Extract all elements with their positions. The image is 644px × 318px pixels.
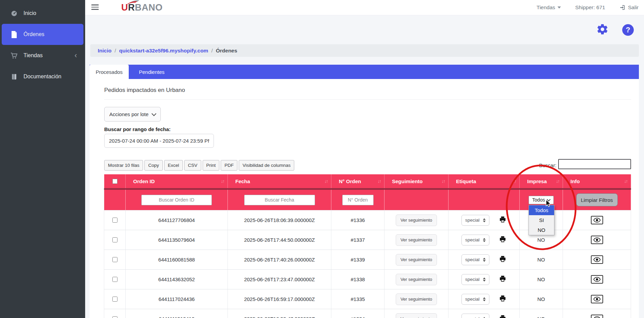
settings-gear-icon[interactable]: [596, 23, 609, 37]
sort-icon: ↓↑: [221, 179, 224, 184]
date-range-input[interactable]: [104, 134, 214, 148]
sidebar-collapse-chevron[interactable]: ‹: [75, 52, 77, 59]
dropdown-option-todos[interactable]: Todos: [529, 205, 554, 215]
view-info-button[interactable]: [591, 216, 603, 224]
column-header-label: Info: [570, 178, 580, 184]
toolbar-button-pdf[interactable]: PDF: [221, 160, 237, 171]
sidebar-item-tiendas[interactable]: Tiendas ‹: [0, 45, 85, 66]
toolbar-button-print[interactable]: Print: [203, 160, 220, 171]
row-checkbox[interactable]: [112, 218, 117, 223]
sidebar-item-documentacion[interactable]: Documentación: [0, 66, 85, 87]
cell-n-orden: #1339: [331, 250, 384, 270]
view-info-button[interactable]: [591, 236, 603, 244]
toolbar-button-csv[interactable]: CSV: [184, 160, 201, 171]
view-info-button[interactable]: [591, 255, 603, 264]
sort-icon: ↓↑: [624, 179, 628, 184]
etiqueta-select[interactable]: special: [461, 254, 489, 265]
sort-icon: ↓↑: [442, 179, 445, 184]
tiendas-menu[interactable]: Tiendas: [537, 4, 561, 11]
print-label-button[interactable]: [499, 236, 506, 244]
row-checkbox[interactable]: [112, 297, 117, 302]
table-search-input[interactable]: [558, 159, 631, 169]
column-header-etiqueta[interactable]: Etiqueta↓↑: [449, 174, 520, 189]
view-info-button[interactable]: [591, 315, 603, 318]
printer-icon: [499, 315, 506, 318]
hamburger-menu-icon[interactable]: [91, 4, 99, 11]
sidebar-item-label: Inicio: [23, 10, 36, 16]
top-navbar: URBANO Tiendas Shipper: 671 Salir: [85, 0, 644, 15]
help-icon[interactable]: ?: [622, 24, 634, 36]
cell-impresa: NO: [520, 250, 563, 270]
salir-button[interactable]: Salir: [619, 4, 639, 11]
table-row: 6441160081588 2025-06-26T17:40:26.000000…: [104, 250, 631, 270]
up-down-arrows-icon: [483, 218, 486, 222]
shopping-cart-icon: [10, 52, 18, 59]
batch-actions-select[interactable]: Acciones por lote: [104, 107, 161, 122]
column-header-impresa[interactable]: Impresa↓↑: [520, 174, 563, 189]
column-header-orden-id[interactable]: Orden ID↓↑: [126, 174, 228, 189]
cell-fecha: 2025-06-26T17:44:50.000000Z: [228, 230, 331, 250]
sort-icon: ↓↑: [556, 179, 560, 184]
row-checkbox[interactable]: [112, 277, 117, 282]
sort-icon: ↓↑: [325, 179, 328, 184]
filter-empty-cell: [384, 189, 449, 210]
dropdown-option-no[interactable]: NO: [529, 225, 554, 235]
column-header-n-orden[interactable]: N° Orden↓↑: [331, 174, 384, 189]
print-label-button[interactable]: [499, 275, 506, 284]
row-checkbox[interactable]: [112, 257, 117, 262]
toolbar-button-mostrar-10-filas[interactable]: Mostrar 10 filas: [104, 160, 143, 171]
column-header-seguimiento[interactable]: Seguimiento↓↑: [384, 174, 449, 189]
breadcrumb-link-inicio[interactable]: Inicio: [98, 48, 111, 54]
cell-impresa: NO: [520, 309, 563, 318]
toolbar-button-copy[interactable]: Copy: [144, 160, 163, 171]
ver-seguimiento-button[interactable]: Ver seguimiento: [396, 254, 437, 266]
impresa-filter-select[interactable]: Todos: [529, 196, 554, 204]
filter-fecha-input[interactable]: [244, 195, 315, 205]
toolbar-button-visibilidad-de-columnas[interactable]: Visibilidad de columnas: [239, 160, 294, 171]
etiqueta-select[interactable]: special: [461, 274, 489, 285]
print-label-button[interactable]: [499, 255, 506, 264]
column-header-fecha[interactable]: Fecha↓↑: [228, 174, 331, 189]
breadcrumb-link-store[interactable]: quickstart-a32e5f96.myshopify.com: [119, 48, 208, 54]
select-all-checkbox[interactable]: [112, 179, 117, 184]
ver-seguimiento-button[interactable]: Ver seguimiento: [396, 234, 437, 246]
ver-seguimiento-button[interactable]: Ver seguimiento: [396, 313, 437, 318]
toolbar-button-excel[interactable]: Excel: [164, 160, 183, 171]
etiqueta-select[interactable]: special: [461, 215, 489, 226]
etiqueta-select[interactable]: special: [461, 314, 489, 318]
etiqueta-select[interactable]: special: [461, 294, 489, 305]
cell-orden-id: 6441135079604: [126, 230, 228, 250]
sidebar-item-inicio[interactable]: Inicio: [0, 3, 85, 24]
column-header-info[interactable]: Info↓↑: [563, 174, 631, 189]
clear-filters-button[interactable]: Limpiar Filtros: [576, 193, 618, 206]
tiendas-menu-label: Tiendas: [537, 4, 555, 11]
tab-pendientes[interactable]: Pendientes: [129, 65, 175, 79]
print-label-button[interactable]: [499, 315, 506, 318]
sidebar-item-ordenes[interactable]: Órdenes: [2, 24, 83, 45]
cell-n-orden: #1336: [331, 210, 384, 230]
sort-icon: ↓↑: [378, 179, 381, 184]
eye-icon: [593, 297, 601, 302]
view-info-button[interactable]: [591, 295, 603, 303]
row-checkbox[interactable]: [112, 237, 117, 242]
divider: [104, 99, 631, 100]
tab-bar: Procesados Pendientes: [90, 65, 639, 79]
breadcrumb-current: Órdenes: [216, 48, 237, 54]
dropdown-option-si[interactable]: SI: [529, 215, 554, 225]
tab-procesados[interactable]: Procesados: [90, 65, 129, 79]
print-label-button[interactable]: [499, 295, 506, 303]
filter-orden-id-input[interactable]: [141, 195, 212, 205]
column-header-label: Impresa: [527, 178, 547, 184]
sign-out-icon: [619, 4, 626, 11]
ver-seguimiento-button[interactable]: Ver seguimiento: [396, 214, 437, 226]
logo-swoosh-icon: [126, 0, 140, 5]
sidebar-item-label: Tiendas: [23, 52, 43, 59]
view-info-button[interactable]: [591, 275, 603, 284]
ver-seguimiento-button[interactable]: Ver seguimiento: [396, 293, 437, 305]
etiqueta-select[interactable]: special: [461, 235, 489, 245]
print-label-button[interactable]: [499, 216, 506, 224]
filter-n-orden-input[interactable]: [342, 195, 374, 205]
ver-seguimiento-button[interactable]: Ver seguimiento: [396, 274, 437, 285]
row-checkbox[interactable]: [112, 316, 117, 318]
select-all-header-cell: [104, 174, 126, 189]
